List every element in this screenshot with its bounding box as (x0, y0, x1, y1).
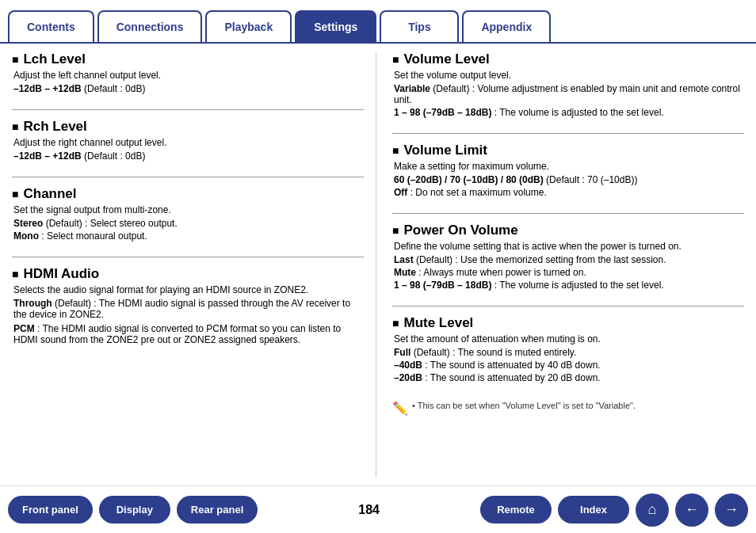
volume-level-title: Volume Level (392, 51, 744, 67)
rch-level-title: Rch Level (12, 119, 364, 135)
rear-panel-btn[interactable]: Rear panel (177, 496, 258, 523)
section-power-on-volume: Power On Volume Define the volume settin… (392, 223, 744, 292)
hdmi-audio-title: HDMI Audio (12, 266, 364, 282)
mute-level-40db: –40dB : The sound is attenuated by 40 dB… (392, 360, 744, 371)
tab-contents[interactable]: Contents (8, 10, 94, 42)
power-on-last: Last (Default) : Use the memorized setti… (392, 254, 744, 265)
lch-level-title: Lch Level (12, 51, 364, 67)
rch-level-value: –12dB – +12dB (Default : 0dB) (12, 150, 364, 162)
channel-value-mono: Mono : Select monaural output. (12, 230, 364, 242)
power-on-range: 1 – 98 (–79dB – 18dB) : The volume is ad… (392, 280, 744, 291)
power-on-mute: Mute : Always mute when power is turned … (392, 267, 744, 278)
tab-tips[interactable]: Tips (380, 10, 459, 42)
section-hdmi-audio: HDMI Audio Selects the audio signal form… (12, 266, 364, 347)
section-rch-level: Rch Level Adjust the right channel outpu… (12, 119, 364, 163)
section-channel: Channel Set the signal output from multi… (12, 186, 364, 243)
hdmi-audio-pcm: PCM : The HDMI audio signal is converted… (12, 323, 364, 345)
volume-limit-off: Off : Do not set a maximum volume. (392, 187, 744, 198)
volume-limit-title: Volume Limit (392, 143, 744, 158)
footnote-text: • This can be set when "Volume Level" is… (412, 401, 636, 410)
tab-connections[interactable]: Connections (97, 10, 203, 42)
index-btn[interactable]: Index (558, 496, 629, 523)
channel-value-stereo: Stereo (Default) : Select stereo output. (12, 218, 364, 229)
volume-level-variable: Variable (Default) : Volume adjustment i… (392, 83, 744, 105)
lch-level-desc: Adjust the left channel output level. (12, 70, 364, 81)
back-btn[interactable]: ← (675, 493, 708, 527)
mute-level-title: Mute Level (392, 315, 744, 331)
remote-btn[interactable]: Remote (480, 496, 552, 523)
channel-desc: Set the signal output from multi-zone. (12, 204, 364, 215)
page-number: 184 (264, 503, 474, 517)
left-column: Lch Level Adjust the left channel output… (12, 51, 376, 478)
section-volume-limit: Volume Limit Make a setting for maximum … (392, 143, 744, 200)
mute-level-full: Full (Default) : The sound is muted enti… (392, 347, 744, 358)
tab-playback[interactable]: Playback (205, 10, 292, 42)
volume-limit-desc: Make a setting for maximum volume. (392, 161, 744, 172)
tab-bar: Contents Connections Playback Settings T… (0, 0, 756, 44)
channel-title: Channel (12, 186, 364, 202)
front-panel-btn[interactable]: Front panel (8, 496, 93, 523)
volume-limit-values: 60 (–20dB) / 70 (–10dB) / 80 (0dB) (Defa… (392, 174, 744, 185)
right-column: Volume Level Set the volume output level… (392, 51, 744, 478)
power-on-volume-desc: Define the volume setting that is active… (392, 241, 744, 252)
lch-level-value: –12dB – +12dB (Default : 0dB) (12, 83, 364, 94)
tab-appendix[interactable]: Appendix (462, 10, 551, 42)
section-mute-level: Mute Level Set the amount of attenuation… (392, 315, 744, 385)
forward-btn[interactable]: → (715, 493, 748, 527)
volume-level-desc: Set the volume output level. (392, 70, 744, 81)
display-btn[interactable]: Display (99, 496, 170, 523)
rch-level-desc: Adjust the right channel output level. (12, 137, 364, 148)
section-volume-level: Volume Level Set the volume output level… (392, 51, 744, 120)
home-btn[interactable]: ⌂ (636, 493, 669, 527)
power-on-volume-title: Power On Volume (392, 223, 744, 238)
section-lch-level: Lch Level Adjust the left channel output… (12, 51, 364, 96)
bottom-bar: Front panel Display Rear panel 184 Remot… (0, 485, 756, 533)
mute-level-20db: –20dB : The sound is attenuated by 20 dB… (392, 372, 744, 383)
hdmi-audio-desc: Selects the audio signal format for play… (12, 284, 364, 295)
hdmi-audio-through: Through (Default) : The HDMI audio signa… (12, 298, 364, 320)
pencil-icon: ✏️ (392, 401, 408, 416)
tab-settings[interactable]: Settings (295, 10, 376, 42)
main-content: Lch Level Adjust the left channel output… (0, 44, 756, 485)
mute-level-desc: Set the amount of attenuation when mutin… (392, 333, 744, 345)
volume-level-range: 1 – 98 (–79dB – 18dB) : The volume is ad… (392, 107, 744, 118)
